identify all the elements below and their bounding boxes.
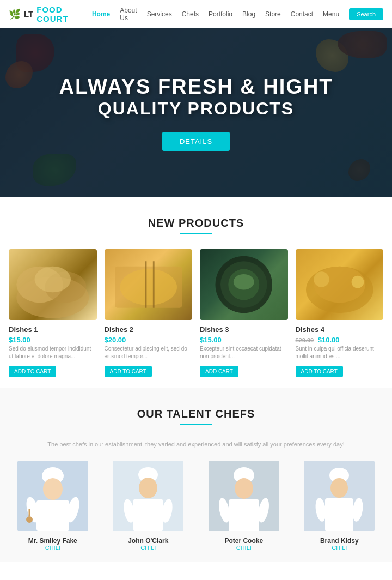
svg-rect-20 bbox=[36, 500, 69, 531]
logo[interactable]: 🌿 LT FOOD COURT bbox=[9, 5, 70, 23]
products-grid: Dishes 1 $15.00 Sed do eiusmod tempor in… bbox=[9, 249, 383, 377]
product-card-3: Dishes 3 $15.00 Excepteur sint occaecat … bbox=[200, 249, 288, 377]
add-cart-button-4[interactable]: ADD TO CART bbox=[296, 366, 343, 377]
svg-point-15 bbox=[351, 276, 364, 288]
chefs-subtitle: The best chefs in our establishment, the… bbox=[9, 440, 383, 450]
product-name-4: Dishes 4 bbox=[296, 325, 384, 334]
nav-about[interactable]: About Us bbox=[120, 7, 137, 22]
svg-rect-43 bbox=[325, 498, 353, 531]
svg-rect-29 bbox=[133, 499, 163, 531]
product-card-1: Dishes 1 $15.00 Sed do eiusmod tempor in… bbox=[9, 249, 97, 377]
hero-content: ALWAYS FRESH & HIGHT QUALITY PRODUCTS DE… bbox=[59, 75, 333, 151]
chef-avatar-1 bbox=[17, 461, 88, 531]
chef-name-2: John O'Clark bbox=[128, 537, 168, 545]
chef-avatar-2 bbox=[113, 461, 183, 531]
logo-lt: LT bbox=[24, 9, 33, 19]
svg-point-3 bbox=[35, 267, 71, 293]
product-name-1: Dishes 1 bbox=[9, 325, 97, 334]
product-image-2 bbox=[105, 249, 193, 320]
hero-title-line2: QUALITY PRODUCTS bbox=[59, 99, 333, 119]
chefs-divider bbox=[180, 424, 212, 425]
chefs-section: OUR TALENT CHEFS The best chefs in our e… bbox=[0, 388, 392, 562]
chef-avatar-3 bbox=[209, 461, 279, 531]
nav-chefs[interactable]: Chefs bbox=[182, 10, 199, 18]
product-card-2: Dishes 2 $20.00 Consectetur adipiscing e… bbox=[105, 249, 193, 377]
svg-point-35 bbox=[235, 478, 253, 499]
svg-point-28 bbox=[139, 478, 157, 498]
chef-avatar-4 bbox=[304, 461, 375, 531]
product-price-old-4: $20.00 bbox=[296, 337, 314, 343]
chef-title-2: CHILI bbox=[140, 545, 156, 551]
svg-point-23 bbox=[26, 516, 33, 523]
chef-card-4: Brand Kidsy CHILI bbox=[296, 461, 384, 551]
nav-links: Home About Us Services Chefs Portfolio B… bbox=[92, 7, 383, 22]
product-price-1: $15.00 bbox=[9, 336, 97, 344]
product-image-1 bbox=[9, 249, 97, 320]
product-name-2: Dishes 2 bbox=[105, 325, 193, 334]
add-cart-button-3[interactable]: ADD CART bbox=[200, 366, 238, 377]
svg-point-5 bbox=[120, 269, 177, 306]
nav-menu[interactable]: Menu bbox=[323, 10, 339, 18]
nav-services[interactable]: Services bbox=[147, 10, 172, 18]
svg-point-14 bbox=[314, 271, 329, 287]
svg-point-19 bbox=[43, 478, 63, 500]
product-desc-1: Sed do eiusmod tempor incididunt ut labo… bbox=[9, 345, 97, 360]
chef-title-4: CHILI bbox=[332, 545, 347, 551]
logo-food-court: FOOD COURT bbox=[36, 5, 70, 23]
product-price-2: $20.00 bbox=[105, 336, 193, 344]
chef-card-2: John O'Clark CHILI bbox=[105, 461, 193, 551]
chef-name-3: Poter Cooke bbox=[224, 537, 263, 545]
product-name-3: Dishes 3 bbox=[200, 325, 288, 334]
nav-store[interactable]: Store bbox=[265, 10, 281, 18]
search-button[interactable]: Search bbox=[349, 8, 383, 20]
product-desc-3: Excepteur sint occaecat cupidatat non pr… bbox=[200, 345, 288, 360]
svg-point-42 bbox=[330, 478, 348, 498]
product-price-4: $20.00 $10.00 bbox=[296, 336, 384, 344]
chefs-title: OUR TALENT CHEFS bbox=[9, 408, 383, 420]
product-price-3: $15.00 bbox=[200, 336, 288, 344]
product-desc-4: Sunt in culpa qui officia deserunt molli… bbox=[296, 345, 384, 360]
add-cart-button-2[interactable]: ADD TO CART bbox=[105, 366, 152, 377]
chef-card-1: Mr. Smiley Fake CHILI bbox=[9, 461, 97, 551]
product-image-4 bbox=[296, 249, 384, 320]
product-image-3 bbox=[200, 249, 288, 320]
svg-point-11 bbox=[234, 274, 254, 290]
chef-name-1: Mr. Smiley Fake bbox=[28, 537, 77, 545]
new-products-divider bbox=[180, 233, 212, 234]
navbar: 🌿 LT FOOD COURT Home About Us Services C… bbox=[0, 0, 392, 28]
new-products-title: NEW PRODUCTS bbox=[9, 217, 383, 229]
nav-contact[interactable]: Contact bbox=[291, 10, 313, 18]
chef-title-1: CHILI bbox=[45, 545, 60, 551]
hero-details-button[interactable]: DETAILS bbox=[162, 132, 230, 151]
svg-rect-36 bbox=[229, 499, 259, 531]
nav-blog[interactable]: Blog bbox=[242, 10, 255, 18]
chef-title-3: CHILI bbox=[236, 545, 252, 551]
hero-title-line1: ALWAYS FRESH & HIGHT bbox=[59, 75, 333, 99]
product-desc-2: Consectetur adipiscing elit, sed do eius… bbox=[105, 345, 193, 360]
chefs-grid: Mr. Smiley Fake CHILI Jo bbox=[9, 461, 383, 551]
hero-section: ALWAYS FRESH & HIGHT QUALITY PRODUCTS DE… bbox=[0, 28, 392, 197]
new-products-section: NEW PRODUCTS Dishes 1 $15.00 Sed do eius… bbox=[0, 197, 392, 388]
chef-name-4: Brand Kidsy bbox=[320, 537, 359, 545]
product-card-4: Dishes 4 $20.00 $10.00 Sunt in culpa qui… bbox=[296, 249, 384, 377]
logo-icon: 🌿 bbox=[9, 8, 21, 20]
chef-card-3: Poter Cooke CHILI bbox=[200, 461, 288, 551]
nav-home[interactable]: Home bbox=[92, 10, 110, 18]
add-cart-button-1[interactable]: ADD TO CART bbox=[9, 366, 56, 377]
nav-portfolio[interactable]: Portfolio bbox=[209, 10, 232, 18]
